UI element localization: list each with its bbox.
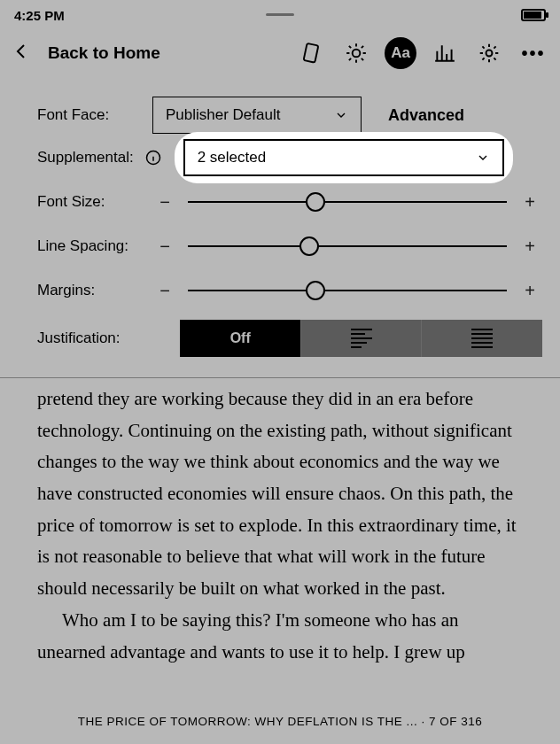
paragraph: Who am I to be saying this? I'm someone … <box>37 605 523 668</box>
font-face-select[interactable]: Publisher Default <box>152 97 362 134</box>
advanced-link[interactable]: Advanced <box>388 106 464 125</box>
rotate-icon[interactable] <box>296 37 328 69</box>
justification-segmented: Off <box>180 320 542 357</box>
svg-point-1 <box>353 50 361 58</box>
supplemental-value: 2 selected <box>198 149 267 167</box>
line-spacing-minus-button[interactable]: − <box>152 237 177 255</box>
margins-plus-button[interactable]: + <box>517 282 542 299</box>
info-icon[interactable] <box>144 149 162 167</box>
chevron-down-icon <box>476 151 490 165</box>
font-size-label: Font Size: <box>37 193 142 211</box>
align-justify-icon <box>471 329 493 348</box>
clock: 4:25 PM <box>14 8 65 23</box>
paragraph: pretend they are working because they di… <box>37 384 523 605</box>
page-location: 7 OF 316 <box>429 715 482 728</box>
back-to-home-label[interactable]: Back to Home <box>48 43 160 63</box>
font-face-row: Font Face: Publisher Default Advanced <box>37 94 542 136</box>
footer-pagination: THE PRICE OF TOMORROW: WHY DEFLATION IS … <box>0 715 560 728</box>
more-icon[interactable]: ••• <box>517 37 549 69</box>
margins-row: Margins: − + <box>37 269 542 312</box>
back-arrow-icon[interactable] <box>11 41 32 66</box>
status-bar: 4:25 PM <box>0 0 560 30</box>
top-toolbar: Back to Home Aa ••• <box>0 30 560 76</box>
supplemental-select[interactable]: 2 selected <box>183 139 504 176</box>
supplemental-label: Supplemental: <box>37 149 134 167</box>
justification-full-button[interactable] <box>421 320 542 357</box>
svg-rect-0 <box>304 43 319 63</box>
align-left-icon <box>351 329 372 348</box>
book-title-fragment: THE PRICE OF TOMORROW: WHY DEFLATION IS … <box>78 715 418 728</box>
margins-label: Margins: <box>37 282 142 299</box>
brightness-icon[interactable] <box>340 37 372 69</box>
font-settings-panel: Font Face: Publisher Default Advanced Su… <box>0 76 560 378</box>
justification-left-button[interactable] <box>300 320 422 357</box>
font-size-minus-button[interactable]: − <box>152 193 177 211</box>
font-size-plus-button[interactable]: + <box>517 193 542 211</box>
justification-row: Justification: Off <box>37 317 542 360</box>
battery-icon <box>521 9 546 21</box>
font-face-value: Publisher Default <box>166 106 280 124</box>
font-size-slider[interactable] <box>188 191 507 213</box>
line-spacing-row: Line Spacing: − + <box>37 225 542 267</box>
reading-content: pretend they are working because they di… <box>0 378 560 668</box>
margins-minus-button[interactable]: − <box>152 282 177 299</box>
margins-slider[interactable] <box>188 280 507 301</box>
stats-icon[interactable] <box>429 37 461 69</box>
chevron-down-icon <box>334 108 348 122</box>
line-spacing-slider[interactable] <box>188 236 507 257</box>
justification-label: Justification: <box>37 329 142 347</box>
svg-point-2 <box>486 50 493 57</box>
font-size-row: Font Size: − + <box>37 181 542 223</box>
supplemental-row: Supplemental: 2 selected <box>37 136 542 179</box>
line-spacing-label: Line Spacing: <box>37 237 142 255</box>
line-spacing-plus-button[interactable]: + <box>517 237 542 255</box>
font-settings-icon[interactable]: Aa <box>385 37 416 69</box>
drag-handle[interactable] <box>266 13 294 16</box>
font-face-label: Font Face: <box>37 106 142 124</box>
gear-icon[interactable] <box>473 37 505 69</box>
justification-off-button[interactable]: Off <box>180 320 300 357</box>
